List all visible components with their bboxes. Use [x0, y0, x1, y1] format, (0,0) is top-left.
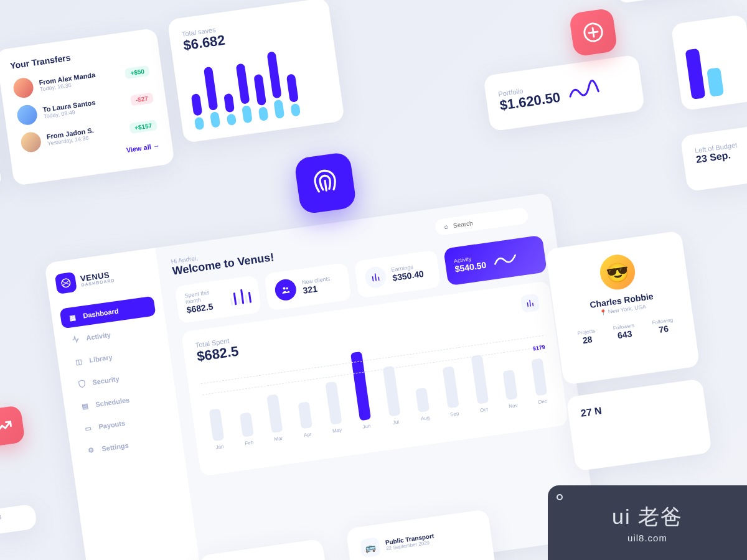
sparkline-icon	[492, 250, 519, 268]
transaction-name: Grocery Store	[388, 558, 433, 560]
shield-icon	[77, 379, 87, 389]
stat-value: 643	[614, 328, 636, 341]
wallet-icon: ▭	[83, 423, 93, 433]
fingerprint-badge[interactable]	[294, 151, 357, 215]
users-icon	[274, 278, 298, 302]
transfer-amount: +$157	[129, 119, 157, 134]
avatar-icon	[16, 104, 39, 126]
avatar-icon	[12, 77, 34, 99]
gear-icon: ⚙	[87, 446, 96, 455]
add-button[interactable]	[569, 7, 618, 57]
calendar-date: 27 N	[580, 393, 693, 419]
avatar-icon: 😎	[598, 253, 637, 292]
grid-icon: ▦	[68, 312, 78, 322]
svg-point-3	[286, 287, 289, 290]
calendar-icon: ▤	[80, 401, 90, 411]
chart-icon	[364, 265, 387, 289]
chart-icon[interactable]	[520, 294, 540, 314]
svg-point-2	[283, 287, 286, 290]
dot-icon	[557, 494, 563, 500]
dashboard-app: VENUS DASHBOARD ▦Dashboard Activity ◫Lib…	[44, 192, 598, 560]
mini-bar-chart	[229, 287, 251, 306]
watermark-title: ui 老爸	[612, 503, 683, 531]
value: $682.5	[213, 553, 314, 560]
watermark-url: uil8.com	[627, 533, 667, 543]
trend-up-icon	[0, 416, 14, 436]
avatar-icon	[20, 131, 42, 153]
fingerprint-icon	[308, 166, 342, 200]
plus-icon	[581, 21, 605, 44]
brand-icon	[55, 272, 77, 294]
trend-button[interactable]	[0, 405, 26, 447]
bar-mini-card	[671, 14, 747, 111]
transfer-amount: +$50	[125, 65, 150, 78]
budget-card: Left of Budget 23 Sep.	[680, 121, 747, 192]
box-icon: ◫	[74, 357, 84, 366]
stat-activity[interactable]: Activity $540.50	[443, 235, 547, 286]
stat-clients[interactable]: New clients 321	[264, 263, 351, 311]
status-card: $682.5 ✓On track	[610, 0, 729, 4]
transfer-amount: -$27	[130, 92, 154, 106]
watermark: ui 老爸 uil8.com	[548, 485, 747, 560]
stat-spent[interactable]: Spent this month $682.5	[174, 275, 261, 324]
sparkline-icon	[567, 79, 601, 102]
main-content: ⌕ Hi Andrei, Welcome to Venus! Spent thi…	[155, 192, 598, 560]
activity-icon	[71, 335, 81, 345]
edge-number: 123	[0, 503, 37, 535]
total-saves-card: Total saves $6.682	[167, 0, 345, 143]
bus-icon: 🚌	[360, 537, 381, 558]
saves-bar-chart	[186, 44, 331, 131]
brand[interactable]: VENUS DASHBOARD	[55, 261, 151, 294]
profile-card[interactable]: 😎 Charles Robbie 📍 New York, USA Project…	[545, 231, 700, 385]
portfolio-card[interactable]: Portfolio $1.620.50	[483, 55, 645, 132]
stat-earnings[interactable]: Earnings $350.40	[354, 250, 441, 299]
transfers-card: Your Transfers From Alex Manda Today, 16…	[0, 28, 175, 186]
search-icon: ⌕	[443, 222, 449, 230]
calendar-card: 27 N	[566, 378, 712, 471]
